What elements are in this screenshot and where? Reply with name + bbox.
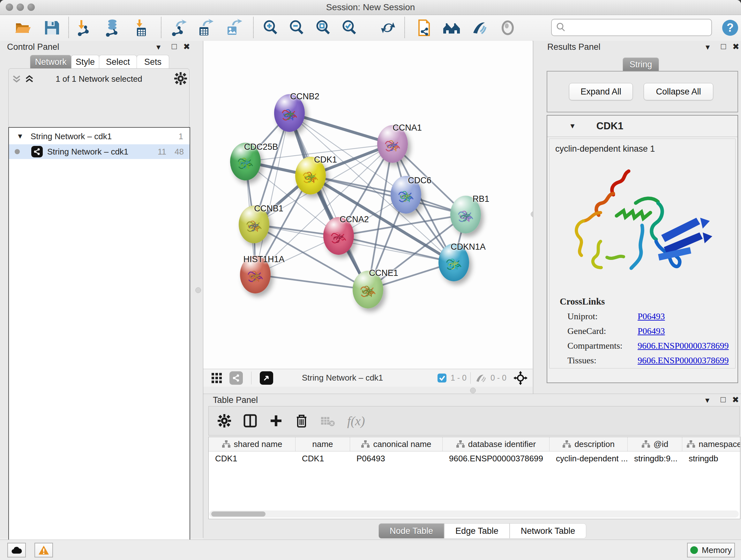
save-session-button[interactable] [42,18,61,37]
tab-sets[interactable]: Sets [137,55,169,69]
fit-content-icon[interactable] [514,371,528,385]
results-panel-close-icon[interactable]: ✖ [732,42,739,52]
table-options-gear-icon[interactable] [218,414,231,428]
entry-expander-icon[interactable]: ▼ [569,122,576,130]
memory-button[interactable]: Memory [687,543,735,557]
tab-select[interactable]: Select [99,55,137,69]
collection-expander-icon[interactable]: ▼ [17,132,23,140]
tab-style[interactable]: Style [71,55,99,69]
collapse-all-button[interactable]: Collapse All [644,83,713,100]
table-panel-float-icon[interactable]: □ [721,395,726,405]
export-network-button[interactable] [169,18,188,37]
column-header[interactable]: @id [628,437,682,451]
show-glass-button[interactable] [498,18,517,37]
column-header[interactable]: name [295,437,350,451]
bottom-splitter-grip[interactable] [470,388,476,393]
import-network-icon [75,19,92,37]
hide-glass-button[interactable] [469,18,488,37]
delete-column-icon[interactable] [295,414,308,428]
table-panel-menu-icon[interactable]: ▾ [705,395,710,405]
control-panel-menu-icon[interactable]: ▾ [156,42,160,52]
table-cell[interactable]: 9606.ENSP00000378699 [443,451,549,465]
status-divider [470,372,471,384]
expand-all-icon[interactable] [24,74,35,84]
zoom-in-icon [262,19,280,37]
toolbar-separator [404,17,405,38]
table-panel-close-icon[interactable]: ✖ [732,395,739,405]
gear-icon[interactable] [174,72,187,85]
network-collection-row[interactable]: ▼ String Network – cdk1 1 [9,129,190,144]
zoom-out-button[interactable] [287,18,307,37]
add-column-icon[interactable] [269,414,283,428]
control-panel-float-icon[interactable]: □ [172,42,177,51]
results-panel-float-icon[interactable]: □ [721,42,726,51]
table-cell[interactable]: stringdb:9... [628,451,682,465]
zoom-fit-button[interactable] [314,18,333,37]
expand-all-button[interactable]: Expand All [569,83,633,100]
import-network-database-button[interactable] [103,18,122,37]
results-panel-menu-icon[interactable]: ▾ [705,42,710,52]
birdseye-toggle-icon[interactable] [260,371,273,385]
table-header-row: shared namenamecanonical namedatabase id… [209,437,740,451]
collapse-all-icon[interactable] [11,74,22,84]
table-import-icon [132,19,150,37]
import-table-button[interactable] [132,18,151,37]
horizontal-scrollbar[interactable] [209,510,739,517]
network-view[interactable]: CCNB2 CCNA1 CDC25B CDK1 CDC6 RB1 [203,41,533,369]
crosslinks-list: Uniprot:P06493GeneCard:P06493Compartment… [567,311,735,368]
table-cell[interactable]: stringdb [682,451,740,465]
crosslink-value-link[interactable]: 9606.ENSP00000378699 [637,341,729,351]
selected-checkbox-icon[interactable] [437,373,447,383]
hidden-eye-icon[interactable] [475,373,487,383]
zoom-selected-button[interactable] [340,18,359,37]
table-cell[interactable]: cyclin-dependent ... [549,451,628,465]
scrollbar-thumb[interactable] [211,511,266,516]
search-icon [556,22,566,33]
tab-node-table[interactable]: Node Table [379,523,444,539]
column-header[interactable]: database identifier [443,437,549,451]
minimize-window-button[interactable] [17,3,24,11]
zoom-fit-icon [314,19,332,37]
help-button[interactable]: ? [721,18,740,37]
crosslink-value-link[interactable]: P06493 [637,311,665,321]
string-import-button[interactable] [414,18,434,37]
app-window: Session: New Session [0,0,741,560]
crosslink-row: Uniprot:P06493 [567,311,735,321]
document-share-icon [415,19,433,37]
table-cell[interactable]: CDK1 [295,451,350,465]
column-header[interactable]: description [549,437,628,451]
table-cell[interactable]: CDK1 [209,451,295,465]
table-cell[interactable]: P06493 [350,451,443,465]
crosslink-value-link[interactable]: 9606.ENSP00000378699 [637,355,729,366]
network-row-selected[interactable]: String Network – cdk1 11 48 [9,144,190,159]
column-header[interactable]: shared name [209,437,295,451]
home-organisms-button[interactable] [442,18,461,37]
import-network-file-button[interactable] [74,18,93,37]
warnings-button[interactable] [35,543,53,557]
control-panel: Control Panel ▾ □ ✖ Network Style Select… [0,41,203,538]
left-splitter-grip[interactable] [195,287,201,293]
open-session-button[interactable] [13,18,32,37]
entry-header[interactable]: ▼ CDK1 [547,116,738,137]
network-chip-icon[interactable] [229,371,243,385]
cloud-status-button[interactable] [7,543,26,557]
show-columns-icon[interactable] [243,414,257,428]
tab-network[interactable]: Network [30,55,71,69]
tab-edge-table[interactable]: Edge Table [444,523,510,539]
close-window-button[interactable] [6,3,13,11]
control-panel-close-icon[interactable]: ✖ [183,42,190,52]
search-input[interactable] [569,20,711,35]
crosslink-value-link[interactable]: P06493 [637,326,665,336]
zoom-window-button[interactable] [27,3,35,11]
control-panel-title: Control Panel [7,42,59,52]
table-row[interactable]: CDK1CDK1P064939606.ENSP00000378699cyclin… [209,451,740,465]
grid-view-icon[interactable] [211,372,222,384]
tab-string[interactable]: String [623,57,659,71]
column-header[interactable]: namespace [682,437,740,451]
apply-style-button[interactable] [379,18,398,37]
zoom-in-button[interactable] [261,18,280,37]
tab-network-table[interactable]: Network Table [510,523,587,539]
column-header[interactable]: canonical name [350,437,443,451]
export-image-button[interactable] [224,18,243,37]
export-table-button[interactable] [195,18,214,37]
